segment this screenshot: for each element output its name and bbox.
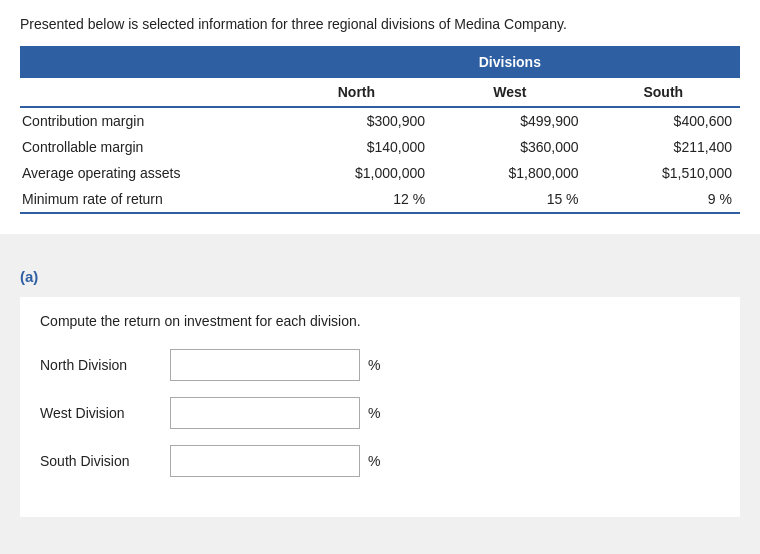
west-division-input[interactable] — [170, 397, 360, 429]
south-division-row: South Division % — [40, 445, 720, 477]
contribution-north: $300,900 — [280, 107, 433, 134]
west-pct-label: % — [368, 405, 380, 421]
west-division-label: West Division — [40, 405, 170, 421]
north-pct-label: % — [368, 357, 380, 373]
west-col-header: West — [433, 78, 586, 107]
controllable-north: $140,000 — [280, 134, 433, 160]
north-division-input[interactable] — [170, 349, 360, 381]
section-a-label: (a) — [20, 260, 740, 297]
north-division-label: North Division — [40, 357, 170, 373]
data-table: Divisions North West South Contribution … — [20, 46, 740, 214]
south-pct-label: % — [368, 453, 380, 469]
minrate-north: 12 % — [280, 186, 433, 213]
row-label-assets: Average operating assets — [20, 160, 280, 186]
row-label-contribution: Contribution margin — [20, 107, 280, 134]
south-division-input[interactable] — [170, 445, 360, 477]
table-row: Contribution margin $300,900 $499,900 $4… — [20, 107, 740, 134]
north-col-header: North — [280, 78, 433, 107]
divisions-header: Divisions — [280, 46, 740, 78]
west-division-row: West Division % — [40, 397, 720, 429]
compute-text: Compute the return on investment for eac… — [40, 313, 720, 329]
table-row: Average operating assets $1,000,000 $1,8… — [20, 160, 740, 186]
assets-west: $1,800,000 — [433, 160, 586, 186]
north-division-row: North Division % — [40, 349, 720, 381]
controllable-west: $360,000 — [433, 134, 586, 160]
minrate-south: 9 % — [587, 186, 740, 213]
contribution-south: $400,600 — [587, 107, 740, 134]
minrate-west: 15 % — [433, 186, 586, 213]
row-label-controllable: Controllable margin — [20, 134, 280, 160]
controllable-south: $211,400 — [587, 134, 740, 160]
row-label-minrate: Minimum rate of return — [20, 186, 280, 213]
south-col-header: South — [587, 78, 740, 107]
intro-text: Presented below is selected information … — [20, 16, 740, 32]
south-division-label: South Division — [40, 453, 170, 469]
contribution-west: $499,900 — [433, 107, 586, 134]
assets-north: $1,000,000 — [280, 160, 433, 186]
table-row: Minimum rate of return 12 % 15 % 9 % — [20, 186, 740, 213]
assets-south: $1,510,000 — [587, 160, 740, 186]
table-row: Controllable margin $140,000 $360,000 $2… — [20, 134, 740, 160]
